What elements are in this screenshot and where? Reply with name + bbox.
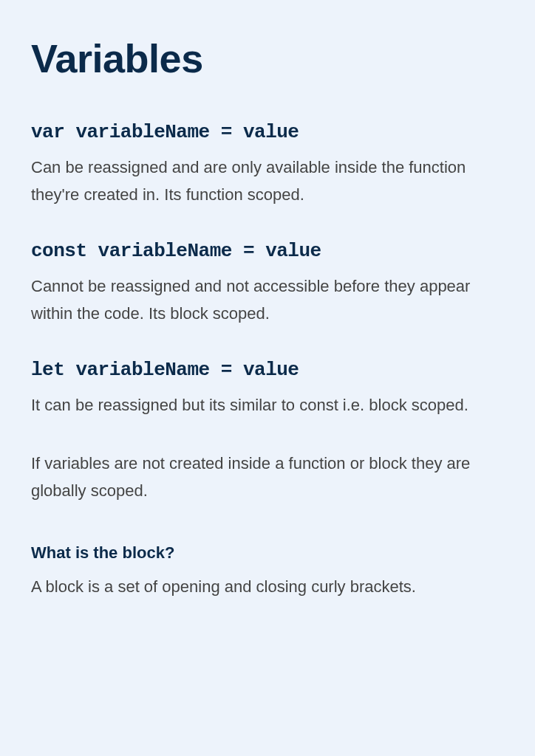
sub-description-block: A block is a set of opening and closing … [31, 573, 504, 600]
description-var: Can be reassigned and are only available… [31, 154, 504, 209]
subsection-block: What is the block? A block is a set of o… [31, 543, 504, 600]
page-title: Variables [31, 35, 504, 81]
code-heading-var: var variableName = value [31, 121, 504, 143]
description-const: Cannot be reassigned and not accessible … [31, 272, 504, 328]
code-heading-let: let variableName = value [31, 359, 504, 381]
code-heading-const: const variableName = value [31, 240, 504, 262]
section-let: let variableName = value It can be reass… [31, 359, 504, 419]
note-text: If variables are not created inside a fu… [31, 450, 504, 505]
description-let: It can be reassigned but its similar to … [31, 391, 504, 419]
subheading-block: What is the block? [31, 543, 504, 563]
section-var: var variableName = value Can be reassign… [31, 121, 504, 209]
section-const: const variableName = value Cannot be rea… [31, 240, 504, 328]
